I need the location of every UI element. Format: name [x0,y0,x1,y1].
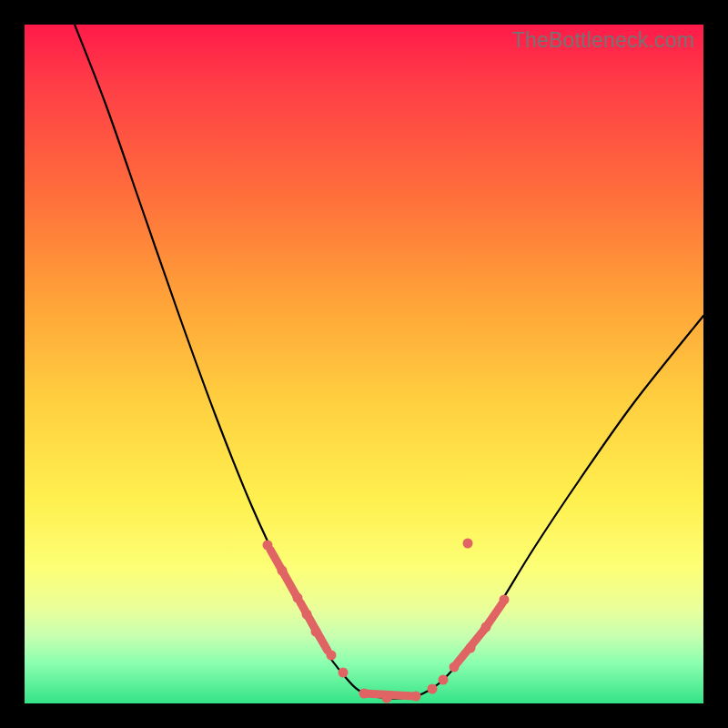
highlight-dot [428,684,438,694]
highlight-dot [439,675,449,685]
highlight-dot [339,668,349,678]
highlight-dot [463,539,473,549]
highlight-segment [300,602,328,651]
curve-layer [75,25,703,699]
chart-plot-area: TheBottleneck.com [25,25,703,703]
chart-svg [25,25,703,703]
highlight-dot [359,689,369,699]
highlight-dot [293,593,303,603]
bottleneck-curve [75,25,703,699]
highlight-dot [311,627,321,637]
highlight-dot [500,595,510,605]
highlight-layer [263,539,510,703]
highlight-dot [382,693,392,703]
highlight-dot [278,566,288,576]
highlight-dot [450,662,460,672]
highlight-dot [263,541,273,551]
highlight-dot [411,692,421,702]
highlight-dot [302,610,312,620]
highlight-dot [481,622,491,632]
highlight-dot [327,651,337,661]
highlight-dot [466,643,476,653]
chart-frame: TheBottleneck.com [0,0,728,728]
